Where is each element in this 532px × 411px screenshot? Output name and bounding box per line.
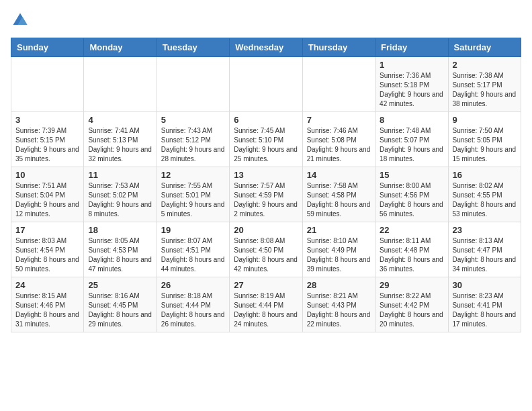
day-number: 17 xyxy=(15,225,79,235)
day-info: Sunrise: 8:18 AM Sunset: 4:44 PM Dayligh… xyxy=(161,291,225,329)
day-info: Sunrise: 8:11 AM Sunset: 4:48 PM Dayligh… xyxy=(380,236,443,274)
calendar-week-row: 3Sunrise: 7:39 AM Sunset: 5:15 PM Daylig… xyxy=(11,112,521,167)
calendar-cell xyxy=(11,57,84,112)
calendar-cell: 15Sunrise: 8:00 AM Sunset: 4:56 PM Dayli… xyxy=(375,167,448,222)
calendar-cell: 21Sunrise: 8:10 AM Sunset: 4:49 PM Dayli… xyxy=(302,222,375,277)
day-info: Sunrise: 7:43 AM Sunset: 5:12 PM Dayligh… xyxy=(161,126,225,164)
day-info: Sunrise: 8:02 AM Sunset: 4:55 PM Dayligh… xyxy=(453,181,517,219)
day-number: 16 xyxy=(453,170,517,180)
calendar-cell: 23Sunrise: 8:13 AM Sunset: 4:47 PM Dayli… xyxy=(448,222,521,277)
day-info: Sunrise: 7:39 AM Sunset: 5:15 PM Dayligh… xyxy=(15,126,79,164)
calendar-cell: 5Sunrise: 7:43 AM Sunset: 5:12 PM Daylig… xyxy=(157,112,229,167)
calendar-cell: 1Sunrise: 7:36 AM Sunset: 5:18 PM Daylig… xyxy=(375,57,448,112)
day-number: 15 xyxy=(380,170,443,180)
calendar-cell: 16Sunrise: 8:02 AM Sunset: 4:55 PM Dayli… xyxy=(448,167,521,222)
day-number: 25 xyxy=(88,280,152,290)
calendar-cell: 13Sunrise: 7:57 AM Sunset: 4:59 PM Dayli… xyxy=(230,167,302,222)
day-info: Sunrise: 8:22 AM Sunset: 4:42 PM Dayligh… xyxy=(380,291,443,329)
day-number: 4 xyxy=(88,115,152,125)
weekday-header-tuesday: Tuesday xyxy=(157,38,229,57)
day-info: Sunrise: 7:50 AM Sunset: 5:05 PM Dayligh… xyxy=(453,126,517,164)
calendar-cell: 12Sunrise: 7:55 AM Sunset: 5:01 PM Dayli… xyxy=(157,167,229,222)
day-info: Sunrise: 7:53 AM Sunset: 5:02 PM Dayligh… xyxy=(88,181,152,219)
day-info: Sunrise: 7:58 AM Sunset: 4:58 PM Dayligh… xyxy=(307,181,371,219)
calendar-cell xyxy=(84,57,157,112)
day-info: Sunrise: 8:19 AM Sunset: 4:44 PM Dayligh… xyxy=(234,291,298,329)
day-number: 7 xyxy=(307,115,371,125)
day-info: Sunrise: 7:55 AM Sunset: 5:01 PM Dayligh… xyxy=(161,181,225,219)
day-number: 5 xyxy=(161,115,225,125)
weekday-header-thursday: Thursday xyxy=(302,38,375,57)
calendar-table: SundayMondayTuesdayWednesdayThursdayFrid… xyxy=(11,38,521,332)
day-info: Sunrise: 8:13 AM Sunset: 4:47 PM Dayligh… xyxy=(453,236,517,274)
calendar-week-row: 24Sunrise: 8:15 AM Sunset: 4:46 PM Dayli… xyxy=(11,277,521,332)
day-info: Sunrise: 7:51 AM Sunset: 5:04 PM Dayligh… xyxy=(15,181,79,219)
logo xyxy=(11,11,32,30)
calendar-cell: 28Sunrise: 8:21 AM Sunset: 4:43 PM Dayli… xyxy=(302,277,375,332)
day-number: 2 xyxy=(453,60,517,70)
calendar-cell xyxy=(157,57,229,112)
calendar-cell: 19Sunrise: 8:07 AM Sunset: 4:51 PM Dayli… xyxy=(157,222,229,277)
day-info: Sunrise: 8:07 AM Sunset: 4:51 PM Dayligh… xyxy=(161,236,225,274)
day-info: Sunrise: 8:08 AM Sunset: 4:50 PM Dayligh… xyxy=(234,236,298,274)
day-number: 19 xyxy=(161,225,225,235)
weekday-header-monday: Monday xyxy=(84,38,157,57)
day-number: 13 xyxy=(234,170,298,180)
day-info: Sunrise: 8:21 AM Sunset: 4:43 PM Dayligh… xyxy=(307,291,371,329)
day-number: 14 xyxy=(307,170,371,180)
calendar-cell: 30Sunrise: 8:23 AM Sunset: 4:41 PM Dayli… xyxy=(448,277,521,332)
calendar-cell: 26Sunrise: 8:18 AM Sunset: 4:44 PM Dayli… xyxy=(157,277,229,332)
day-info: Sunrise: 8:15 AM Sunset: 4:46 PM Dayligh… xyxy=(15,291,79,329)
weekday-header-friday: Friday xyxy=(375,38,448,57)
day-info: Sunrise: 8:10 AM Sunset: 4:49 PM Dayligh… xyxy=(307,236,371,274)
page-header xyxy=(11,11,521,30)
day-number: 29 xyxy=(380,280,443,290)
day-info: Sunrise: 7:38 AM Sunset: 5:17 PM Dayligh… xyxy=(453,71,517,109)
day-number: 10 xyxy=(15,170,79,180)
day-number: 3 xyxy=(15,115,79,125)
day-number: 11 xyxy=(88,170,152,180)
calendar-cell: 18Sunrise: 8:05 AM Sunset: 4:53 PM Dayli… xyxy=(84,222,157,277)
calendar-cell: 29Sunrise: 8:22 AM Sunset: 4:42 PM Dayli… xyxy=(375,277,448,332)
day-number: 6 xyxy=(234,115,298,125)
weekday-header-saturday: Saturday xyxy=(448,38,521,57)
calendar-cell: 17Sunrise: 8:03 AM Sunset: 4:54 PM Dayli… xyxy=(11,222,84,277)
calendar-cell: 10Sunrise: 7:51 AM Sunset: 5:04 PM Dayli… xyxy=(11,167,84,222)
day-number: 8 xyxy=(380,115,443,125)
calendar-cell: 8Sunrise: 7:48 AM Sunset: 5:07 PM Daylig… xyxy=(375,112,448,167)
day-number: 30 xyxy=(453,280,517,290)
day-info: Sunrise: 7:36 AM Sunset: 5:18 PM Dayligh… xyxy=(380,71,443,109)
day-info: Sunrise: 7:57 AM Sunset: 4:59 PM Dayligh… xyxy=(234,181,298,219)
day-number: 18 xyxy=(88,225,152,235)
calendar-cell: 27Sunrise: 8:19 AM Sunset: 4:44 PM Dayli… xyxy=(230,277,302,332)
day-number: 9 xyxy=(453,115,517,125)
calendar-week-row: 17Sunrise: 8:03 AM Sunset: 4:54 PM Dayli… xyxy=(11,222,521,277)
day-number: 27 xyxy=(234,280,298,290)
day-info: Sunrise: 8:05 AM Sunset: 4:53 PM Dayligh… xyxy=(88,236,152,274)
calendar-cell: 4Sunrise: 7:41 AM Sunset: 5:13 PM Daylig… xyxy=(84,112,157,167)
day-number: 22 xyxy=(380,225,443,235)
day-number: 1 xyxy=(380,60,443,70)
calendar-cell: 6Sunrise: 7:45 AM Sunset: 5:10 PM Daylig… xyxy=(230,112,302,167)
calendar-header-row: SundayMondayTuesdayWednesdayThursdayFrid… xyxy=(11,38,521,57)
weekday-header-sunday: Sunday xyxy=(11,38,84,57)
calendar-cell: 22Sunrise: 8:11 AM Sunset: 4:48 PM Dayli… xyxy=(375,222,448,277)
calendar-cell: 2Sunrise: 7:38 AM Sunset: 5:17 PM Daylig… xyxy=(448,57,521,112)
calendar-cell: 7Sunrise: 7:46 AM Sunset: 5:08 PM Daylig… xyxy=(302,112,375,167)
calendar-cell: 3Sunrise: 7:39 AM Sunset: 5:15 PM Daylig… xyxy=(11,112,84,167)
day-info: Sunrise: 8:00 AM Sunset: 4:56 PM Dayligh… xyxy=(380,181,443,219)
weekday-header-wednesday: Wednesday xyxy=(230,38,302,57)
day-info: Sunrise: 7:41 AM Sunset: 5:13 PM Dayligh… xyxy=(88,126,152,164)
day-number: 21 xyxy=(307,225,371,235)
calendar-cell: 25Sunrise: 8:16 AM Sunset: 4:45 PM Dayli… xyxy=(84,277,157,332)
day-info: Sunrise: 7:48 AM Sunset: 5:07 PM Dayligh… xyxy=(380,126,443,164)
logo-icon xyxy=(11,11,30,30)
calendar-cell: 14Sunrise: 7:58 AM Sunset: 4:58 PM Dayli… xyxy=(302,167,375,222)
calendar-week-row: 1Sunrise: 7:36 AM Sunset: 5:18 PM Daylig… xyxy=(11,57,521,112)
day-info: Sunrise: 7:46 AM Sunset: 5:08 PM Dayligh… xyxy=(307,126,371,164)
calendar-cell: 20Sunrise: 8:08 AM Sunset: 4:50 PM Dayli… xyxy=(230,222,302,277)
day-number: 23 xyxy=(453,225,517,235)
day-number: 12 xyxy=(161,170,225,180)
day-info: Sunrise: 8:16 AM Sunset: 4:45 PM Dayligh… xyxy=(88,291,152,329)
day-number: 26 xyxy=(161,280,225,290)
